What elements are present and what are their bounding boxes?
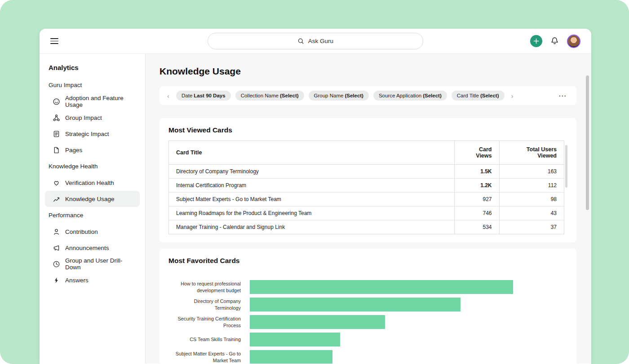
- sidebar-section-performance: Performance: [45, 207, 140, 224]
- sidebar-item-adoption-and-feature-usage[interactable]: Adoption and Feature Usage: [45, 93, 140, 110]
- sidebar-item-label: Pages: [65, 147, 82, 153]
- table-row: Internal Certification Program 1.2K 112: [169, 179, 564, 193]
- table-row: Directory of Company Terminology 1.5K 16…: [169, 165, 564, 179]
- table-row: Manager Training - Calendar and Signup L…: [169, 220, 564, 234]
- notifications-button[interactable]: [550, 36, 559, 46]
- sidebar-item-knowledge-usage[interactable]: Knowledge Usage: [45, 191, 140, 207]
- chart-row: Subject Matter Experts - Go to Market Te…: [168, 350, 567, 364]
- app-window: Ask Guru Analytics Gu: [40, 29, 591, 364]
- sidebar-item-strategic-impact[interactable]: Strategic Impact: [45, 126, 140, 142]
- filter-pill-date[interactable]: DateLast 90 Days: [176, 91, 231, 101]
- cell-total-users: 98: [499, 193, 564, 206]
- line-chart-icon: [53, 195, 60, 203]
- column-header-card-title: Card Title: [169, 141, 454, 165]
- cell-card-title: Manager Training - Calendar and Signup L…: [169, 220, 454, 234]
- sidebar-item-label: Group and User Drill-Down: [65, 257, 136, 271]
- sidebar-item-label: Answers: [65, 277, 89, 284]
- bar: [250, 350, 332, 364]
- search-icon: [297, 38, 304, 44]
- document-icon: [53, 130, 60, 138]
- sidebar-item-contribution[interactable]: Contribution: [45, 224, 140, 240]
- column-header-total-users-viewed: Total Users Viewed: [499, 141, 564, 165]
- main-scrollbar[interactable]: [586, 75, 589, 210]
- bell-icon: [550, 36, 559, 46]
- sidebar-title: Analytics: [45, 63, 140, 77]
- analytics-sidebar: Analytics Guru Impact Adoption and Featu…: [40, 54, 146, 364]
- sidebar-item-verification-health[interactable]: Verification Health: [45, 175, 140, 191]
- table-row: Subject Matter Experts - Go to Market Te…: [169, 193, 564, 206]
- cell-total-users: 163: [499, 165, 564, 179]
- filter-pill-prefix: Date: [182, 93, 192, 98]
- search-label: Ask Guru: [308, 38, 333, 44]
- most-favorited-cards-card: Most Favorited Cards How to request prof…: [159, 249, 576, 364]
- cell-total-users: 43: [499, 206, 564, 220]
- bar-label: How to request professional development …: [168, 281, 241, 294]
- filter-pill-value: (Select): [345, 93, 363, 98]
- sidebar-item-pages[interactable]: Pages: [45, 142, 140, 158]
- smiley-icon: [53, 98, 60, 105]
- bar-label: Security Training Certification Process: [168, 316, 241, 329]
- cell-total-users: 37: [499, 220, 564, 234]
- person-icon: [53, 228, 60, 236]
- filter-pill-group-name[interactable]: Group Name(Select): [309, 91, 369, 101]
- sidebar-section-knowledge-health: Knowledge Health: [45, 158, 140, 175]
- main-content: Knowledge Usage ‹ DateLast 90 Days Colle…: [146, 54, 591, 364]
- page-icon: [53, 146, 60, 154]
- hamburger-menu-icon[interactable]: [50, 38, 58, 44]
- sidebar-item-label: Verification Health: [65, 180, 114, 186]
- plus-icon: [533, 38, 540, 44]
- cell-total-users: 112: [499, 179, 564, 193]
- filter-pill-value: Last 90 Days: [194, 93, 225, 98]
- filter-pill-prefix: Collection Name: [241, 93, 279, 98]
- sidebar-item-label: Adoption and Feature Usage: [65, 95, 136, 108]
- more-options-icon[interactable]: ⋯: [557, 91, 568, 101]
- cell-card-views: 927: [454, 193, 499, 206]
- top-right-actions: [530, 35, 580, 48]
- sidebar-item-label: Knowledge Usage: [65, 196, 115, 202]
- table-row: Learning Roadmaps for the Product & Engi…: [169, 206, 564, 220]
- cell-card-title: Learning Roadmaps for the Product & Engi…: [169, 206, 454, 220]
- chart-row: How to request professional development …: [168, 280, 567, 294]
- share-nodes-icon: [53, 114, 60, 122]
- cell-card-title: Subject Matter Experts - Go to Market Te…: [169, 193, 454, 206]
- cell-card-title: Directory of Company Terminology: [169, 165, 454, 179]
- table-scrollbar[interactable]: [565, 145, 567, 188]
- avatar[interactable]: [567, 35, 580, 48]
- most-viewed-cards-card: Most Viewed Cards Card Title Card Views …: [159, 118, 576, 242]
- page-title: Knowledge Usage: [159, 66, 576, 77]
- clock-icon: [53, 260, 60, 268]
- sidebar-item-label: Group Impact: [65, 114, 102, 121]
- bar: [250, 280, 513, 294]
- sidebar-item-group-impact[interactable]: Group Impact: [45, 110, 140, 126]
- chart-row: Security Training Certification Process: [168, 315, 567, 329]
- sidebar-item-group-and-user-drill-down[interactable]: Group and User Drill-Down: [45, 256, 140, 272]
- chart-row: CS Team Skills Training: [168, 333, 567, 346]
- cell-card-views: 1.2K: [454, 179, 499, 193]
- favorited-bar-chart: How to request professional development …: [168, 280, 567, 364]
- sidebar-section-guru-impact: Guru Impact: [45, 77, 140, 93]
- filter-pill-collection-name[interactable]: Collection Name(Select): [235, 91, 304, 101]
- bar-label: Directory of Company Terminology: [168, 298, 241, 311]
- cell-card-title: Internal Certification Program: [169, 179, 454, 193]
- cell-card-views: 746: [454, 206, 499, 220]
- chevron-right-icon[interactable]: ›: [509, 92, 516, 100]
- card-title: Most Viewed Cards: [168, 126, 567, 134]
- filter-pill-card-title[interactable]: Card Title(Select): [452, 91, 505, 101]
- heart-icon: [53, 179, 60, 187]
- chevron-left-icon[interactable]: ‹: [165, 92, 172, 100]
- filter-pill-value: (Select): [280, 93, 299, 98]
- sidebar-item-announcements[interactable]: Announcements: [45, 240, 140, 256]
- sidebar-item-label: Strategic Impact: [65, 131, 109, 137]
- filter-pill-prefix: Card Title: [457, 93, 479, 98]
- most-viewed-table: Card Title Card Views Total Users Viewed…: [168, 140, 564, 234]
- sidebar-item-label: Contribution: [65, 228, 98, 235]
- filter-pill-prefix: Group Name: [314, 93, 344, 98]
- create-card-button[interactable]: [530, 35, 542, 47]
- filter-pill-source-application[interactable]: Source Application(Select): [373, 91, 447, 101]
- table-header-row: Card Title Card Views Total Users Viewed: [169, 141, 564, 165]
- ask-guru-search[interactable]: Ask Guru: [208, 33, 423, 49]
- bar: [250, 315, 385, 329]
- bar: [250, 333, 340, 346]
- filter-pill-value: (Select): [480, 93, 499, 98]
- sidebar-item-answers[interactable]: Answers: [45, 272, 140, 288]
